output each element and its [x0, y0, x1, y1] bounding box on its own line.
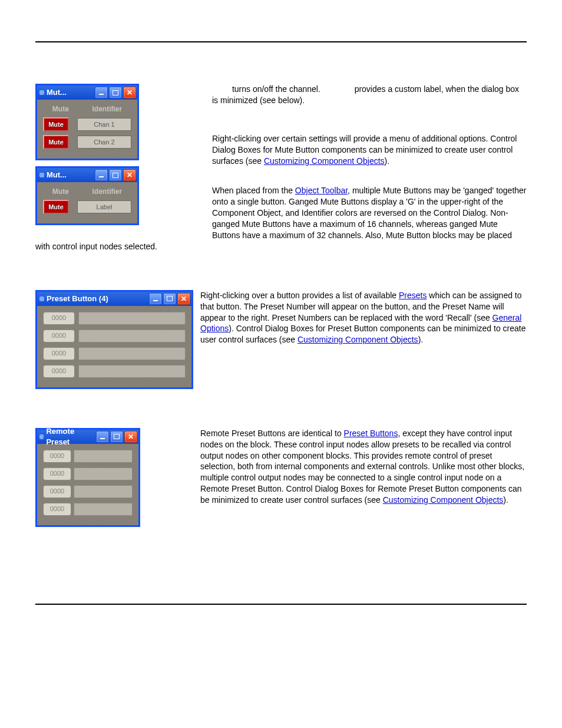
- preset-recall-button[interactable]: 0000: [43, 467, 71, 480]
- mute-toggle[interactable]: Mute: [43, 200, 69, 214]
- link-customizing-component-objects[interactable]: Customizing Component Objects: [264, 156, 385, 166]
- link-presets[interactable]: Presets: [399, 291, 427, 300]
- preset-row: 0000: [43, 312, 186, 325]
- preset-name-field[interactable]: [74, 467, 133, 480]
- preset-row: 0000: [43, 450, 133, 463]
- identifier-field[interactable]: Chan 1: [77, 118, 131, 131]
- preset-name-field[interactable]: [78, 330, 186, 342]
- minimize-button[interactable]: [95, 87, 108, 98]
- remote-preset-image: Remote Preset ✕ 0000 0000: [35, 428, 200, 533]
- preset-window: Preset Button (4) ✕ 0000 0000: [35, 290, 193, 389]
- identifier-field[interactable]: Label: [77, 200, 131, 213]
- sysmenu-icon: [39, 297, 44, 301]
- preset-name-field[interactable]: [74, 450, 133, 463]
- close-button[interactable]: ✕: [123, 169, 136, 181]
- mute-images: Mut... ✕ Mute Identifier Mute Chan 1: [35, 84, 212, 231]
- maximize-button[interactable]: [109, 169, 122, 181]
- mute-window-1: Mut... ✕ Mute Identifier Mute Chan 1: [35, 84, 139, 160]
- maximize-button[interactable]: [110, 431, 123, 443]
- preset-recall-button[interactable]: 0000: [43, 347, 75, 360]
- close-button[interactable]: ✕: [177, 293, 190, 305]
- preset-recall-button[interactable]: 0000: [43, 450, 71, 463]
- window-title: Preset Button (4): [47, 294, 108, 304]
- titlebar[interactable]: Mut... ✕: [37, 168, 137, 182]
- window-title: Mut...: [47, 87, 67, 98]
- mute-button-section: Mut... ✕ Mute Identifier Mute Chan 1: [35, 84, 527, 262]
- preset-image: Preset Button (4) ✕ 0000 0000: [35, 290, 200, 395]
- header-mute: Mute: [52, 187, 69, 196]
- preset-button-section: Preset Button (4) ✕ 0000 0000: [35, 290, 527, 395]
- top-rule: [35, 41, 527, 42]
- minimize-button[interactable]: [95, 169, 108, 181]
- preset-recall-button[interactable]: 0000: [43, 503, 71, 516]
- preset-recall-button[interactable]: 0000: [43, 312, 75, 325]
- remote-preset-section: Remote Preset ✕ 0000 0000: [35, 428, 527, 533]
- preset-name-field[interactable]: [78, 365, 186, 378]
- window-title: Remote Preset: [46, 426, 96, 447]
- preset-name-field[interactable]: [78, 312, 186, 325]
- maximize-button[interactable]: [163, 293, 176, 305]
- identifier-field[interactable]: Chan 2: [77, 136, 131, 149]
- preset-name-field[interactable]: [78, 347, 186, 360]
- column-headers: Mute Identifier: [41, 187, 134, 196]
- mute-row: Mute Chan 2: [43, 135, 131, 149]
- titlebar[interactable]: Mut... ✕: [37, 85, 137, 100]
- sysmenu-icon: [39, 173, 44, 177]
- sysmenu-icon: [39, 434, 44, 439]
- mute-toggle[interactable]: Mute: [43, 117, 69, 131]
- preset-row: 0000: [43, 503, 133, 516]
- preset-row: 0000: [43, 467, 133, 480]
- mute-row: Mute Label: [43, 200, 131, 214]
- bottom-rule: [35, 604, 527, 605]
- preset-recall-button[interactable]: 0000: [43, 365, 75, 378]
- link-preset-buttons[interactable]: Preset Buttons: [344, 429, 398, 438]
- preset-row: 0000: [43, 347, 186, 360]
- titlebar[interactable]: Preset Button (4) ✕: [37, 292, 191, 306]
- header-mute: Mute: [52, 104, 69, 114]
- preset-row: 0000: [43, 485, 133, 498]
- header-identifier: Identifier: [92, 104, 122, 114]
- sysmenu-icon: [39, 90, 44, 95]
- close-button[interactable]: ✕: [123, 87, 136, 98]
- maximize-button[interactable]: [109, 87, 122, 98]
- preset-row: 0000: [43, 365, 186, 378]
- minimize-button[interactable]: [96, 431, 109, 443]
- close-button[interactable]: ✕: [124, 431, 137, 443]
- window-title: Mut...: [47, 170, 67, 180]
- minimize-button[interactable]: [149, 293, 162, 305]
- preset-name-field[interactable]: [74, 503, 133, 516]
- mute-toggle[interactable]: Mute: [43, 135, 69, 149]
- header-identifier: Identifier: [92, 187, 122, 196]
- mute-row: Mute Chan 1: [43, 117, 131, 131]
- preset-row: 0000: [43, 330, 186, 342]
- remote-preset-window: Remote Preset ✕ 0000 0000: [35, 428, 140, 527]
- link-customizing-component-objects[interactable]: Customizing Component Objects: [383, 495, 504, 505]
- link-customizing-component-objects[interactable]: Customizing Component Objects: [297, 335, 418, 344]
- mute-window-2: Mut... ✕ Mute Identifier Mute Label: [35, 166, 139, 225]
- titlebar[interactable]: Remote Preset ✕: [37, 430, 138, 444]
- preset-recall-button[interactable]: 0000: [43, 330, 75, 342]
- column-headers: Mute Identifier: [41, 104, 134, 114]
- link-object-toolbar[interactable]: Object Toolbar: [295, 186, 348, 195]
- preset-recall-button[interactable]: 0000: [43, 485, 71, 498]
- preset-name-field[interactable]: [74, 485, 133, 498]
